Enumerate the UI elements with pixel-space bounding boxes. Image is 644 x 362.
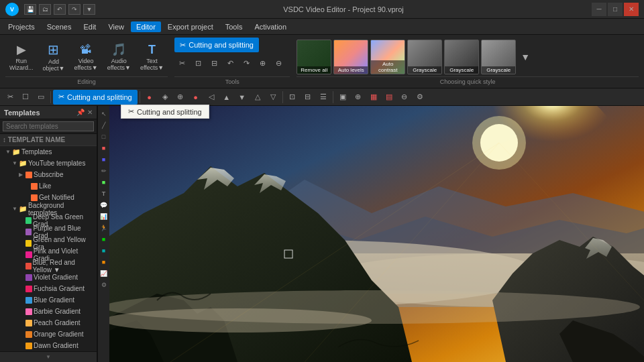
filter-grayscale-2[interactable]: Grayscale [444,40,479,74]
cutting-splitting-button[interactable]: ✂ Cutting and splitting [174,38,259,52]
more-icon[interactable]: ▼ [83,4,95,15]
ts-cutting-icon: ✂ [58,93,64,101]
menu-item-projects[interactable]: Projects [3,21,40,32]
vt-line-icon[interactable]: ╱ [99,120,109,131]
tree-item-subscribe[interactable]: ▶ Subscribe [0,169,97,180]
redo-icon[interactable]: ↷ [68,4,80,15]
close-button[interactable]: ✕ [624,3,639,16]
vt-chart2-icon[interactable]: 📈 [99,268,109,279]
ts-box-icon[interactable]: ☐ [18,90,33,105]
menu-item-activation[interactable]: Activation [249,21,292,32]
tool-minus-icon[interactable]: ⊖ [271,56,286,70]
tree-item-peachgrad[interactable]: Peach Gradient [0,317,97,328]
vt-colorbox-green[interactable]: ■ [99,177,109,188]
blueredyellow-label: Blue, Red and Yellow ▼ [33,259,94,274]
menu-item-edit[interactable]: Edit [78,21,101,32]
ts-btn1[interactable]: ● [142,90,157,105]
panel-pin-icon[interactable]: 📌 [76,109,85,116]
vt-colorbox2-green[interactable]: ■ [99,234,109,245]
vt-run-icon[interactable]: 🏃 [99,223,109,233]
ts-btn13[interactable]: ▣ [335,90,350,105]
vt-arrow-icon[interactable]: ↖ [99,109,109,119]
template-search-input[interactable] [3,121,94,131]
violetgrad-label: Violet Gradient [34,274,78,281]
tool-undo-icon[interactable]: ↶ [223,56,237,70]
ts-btn11[interactable]: ⊟ [301,90,315,105]
ts-btn18[interactable]: ⚙ [413,90,427,105]
ts-btn8[interactable]: △ [250,90,265,105]
vt-rect-icon[interactable]: □ [99,131,109,142]
menu-item-tools[interactable]: Tools [220,21,248,32]
ts-btn9[interactable]: ▽ [266,90,280,105]
vt-bubble-icon[interactable]: 💬 [99,200,109,210]
tree-item-root[interactable]: ▼ 📁 Templates [0,146,97,158]
vt-colorbox2-teal[interactable]: ■ [99,245,109,256]
vt-colorbox-blue[interactable]: ■ [99,154,109,165]
tool-box2-icon[interactable]: ⊟ [207,56,221,70]
ts-btn17[interactable]: ⊖ [397,90,412,105]
tree-item-barbiegrad[interactable]: Barbie Gradient [0,306,97,317]
tree-item-like[interactable]: Like [0,180,97,192]
ts-btn4[interactable]: ● [189,90,203,105]
tree-item-bluegrad[interactable]: Blue Gradient [0,294,97,306]
filter-auto-contrast[interactable]: Auto contrast [370,40,405,74]
text-effects-button[interactable]: T Texteffects▼ [136,40,168,74]
tool-box-icon[interactable]: ⊡ [191,56,205,70]
ts-btn14[interactable]: ⊕ [351,90,366,105]
vt-text-icon[interactable]: T [99,188,109,199]
vt-settings-icon[interactable]: ⚙ [99,280,109,290]
filter-remove-all[interactable]: Remove all [297,40,331,74]
ts-btn10[interactable]: ⊡ [285,90,300,105]
menu-item-export[interactable]: Export project [162,21,219,32]
ts-btn5[interactable]: ◁ [204,90,219,105]
panel-close-icon[interactable]: ✕ [87,109,93,116]
menu-item-editor[interactable]: Editor [131,21,161,32]
ts-cut-icon[interactable]: ✂ [3,90,17,105]
ts-btn7[interactable]: ▼ [235,90,250,105]
tree-item-dawngrad[interactable]: Dawn Gradient [0,340,97,351]
tree-item-youtube[interactable]: ▼ 📁 YouTube templates [0,158,97,169]
ts-btn3[interactable]: ⊕ [173,90,188,105]
ts-btn15[interactable]: ▦ [366,90,381,105]
ts-cutting-splitting-button[interactable]: ✂ Cutting and splitting [53,90,138,105]
add-object-button[interactable]: ⊞ Addobject▼ [39,39,69,75]
maximize-button[interactable]: □ [608,3,623,16]
vt-colorbox-red[interactable]: ■ [99,143,109,154]
tool-cut-icon[interactable]: ✂ [174,56,189,70]
filter-expand-icon[interactable]: ▼ [518,50,533,64]
ts-btn16[interactable]: ▤ [382,90,396,105]
ts-btn6[interactable]: ▲ [219,90,234,105]
menu-item-scenes[interactable]: Scenes [42,21,77,32]
tree-item-violetgrad[interactable]: Violet Gradient [0,272,97,283]
minimize-button[interactable]: ─ [592,3,606,16]
audio-effects-button[interactable]: 🎵 Audioeffects▼ [103,40,135,74]
run-wizard-button[interactable]: ▶ RunWizard... [5,40,38,74]
filter-auto-levels[interactable]: Auto levels [333,40,368,74]
tool-plus-icon[interactable]: ⊕ [255,56,270,70]
vt-colorbox2-orange[interactable]: ■ [99,257,109,267]
ts-rect-icon[interactable]: ▭ [34,90,48,105]
undo-icon[interactable]: ↶ [54,4,66,15]
vt-chart-icon[interactable]: 📊 [99,211,109,222]
tree-scroll-more[interactable]: ▼ [0,351,97,362]
ts-btn12[interactable]: ☰ [316,90,331,105]
menu-item-view[interactable]: View [103,21,129,32]
ts-btn2[interactable]: ◈ [158,90,172,105]
template-tree[interactable]: ▼ 📁 Templates ▼ 📁 YouTube templates ▶ Su… [0,146,97,351]
save-icon[interactable]: 💾 [24,4,36,15]
tree-item-blueredyellow[interactable]: Blue, Red and Yellow ▼ [0,260,97,272]
bluegrad-label: Blue Gradient [34,296,74,304]
tool-redo-icon[interactable]: ↷ [239,56,254,70]
vt-pencil-icon[interactable]: ✏ [99,166,109,176]
arrow-background: ▼ [12,206,17,212]
save-all-icon[interactable]: 🗂 [39,4,51,15]
tree-item-orangegrad[interactable]: Orange Gradient [0,328,97,340]
run-wizard-icon: ▶ [17,42,26,57]
arrow-root: ▼ [5,149,11,155]
tree-item-fuchsiagrad[interactable]: Fuchsia Gradient [0,283,97,294]
menu-bar: Projects Scenes Edit View Editor Export … [0,19,644,35]
filter-grayscale-1[interactable]: Grayscale [407,40,442,74]
run-wizard-label: RunWizard... [9,58,34,72]
video-effects-button[interactable]: 📽 Videoeffects▼ [70,40,101,74]
filter-grayscale-3[interactable]: Grayscale [481,40,516,74]
